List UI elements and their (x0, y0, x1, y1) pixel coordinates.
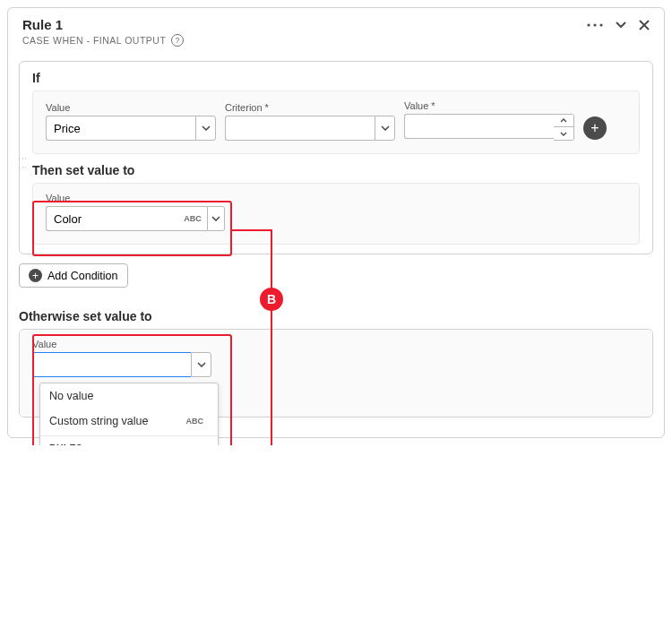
if-title: If (32, 71, 640, 85)
if-then-card: ⋮⋮ If Value (19, 61, 653, 254)
if-value-input[interactable] (46, 116, 195, 141)
help-icon[interactable]: ? (171, 34, 184, 47)
collapse-icon[interactable] (616, 22, 626, 29)
svg-point-2 (599, 23, 602, 26)
if-value2-label: Value * (404, 100, 574, 111)
if-value-label: Value (46, 102, 216, 113)
dropdown-rules-header: RULES (40, 435, 218, 445)
dropdown-option-custom-string[interactable]: Custom string valueABC (40, 409, 218, 434)
svg-point-0 (587, 23, 590, 26)
rule-panel: Rule 1 CASE WHEN - FINAL OUTPUT ? ⋮⋮ If (7, 7, 665, 438)
plus-icon: + (29, 269, 42, 282)
otherwise-value-input[interactable] (32, 352, 191, 377)
value-dropdown: No value Custom string valueABC RULES Cr… (39, 383, 219, 445)
close-icon[interactable] (639, 20, 650, 30)
add-condition-label: Add Condition (47, 270, 118, 282)
rule-title: Rule 1 (22, 17, 63, 32)
dropdown-option-no-value[interactable]: No value (40, 383, 218, 409)
panel-header: Rule 1 (8, 8, 664, 34)
annotation-badge: B (260, 288, 283, 311)
add-criterion-button[interactable]: + (583, 116, 607, 140)
criterion-input[interactable] (225, 116, 375, 141)
rule-subtitle-row: CASE WHEN - FINAL OUTPUT ? (8, 34, 664, 56)
then-title: Then set value to (32, 163, 640, 177)
then-value-input[interactable] (46, 206, 184, 231)
then-value-label: Value (46, 193, 225, 203)
if-value2-input[interactable] (404, 114, 554, 139)
criterion-label: Criterion * (225, 102, 395, 113)
svg-point-1 (593, 23, 596, 26)
then-chevron-down-icon[interactable] (207, 206, 225, 231)
drag-handle-icon[interactable]: ⋮⋮ (18, 154, 28, 172)
then-type-badge: ABC (184, 214, 207, 223)
annotation-line (232, 229, 272, 231)
otherwise-chevron-down-icon[interactable] (191, 352, 211, 377)
value2-step-down-icon[interactable] (554, 127, 573, 140)
rule-subtitle: CASE WHEN - FINAL OUTPUT (22, 35, 166, 46)
annotation-line (271, 229, 272, 445)
criterion-chevron-down-icon[interactable] (375, 116, 395, 141)
if-value-chevron-down-icon[interactable] (195, 116, 216, 141)
value2-step-up-icon[interactable] (554, 115, 573, 127)
more-icon[interactable] (587, 23, 603, 27)
otherwise-title: Otherwise set value to (19, 309, 653, 323)
add-condition-button[interactable]: + Add Condition (19, 263, 128, 288)
otherwise-value-label: Value (32, 339, 211, 349)
